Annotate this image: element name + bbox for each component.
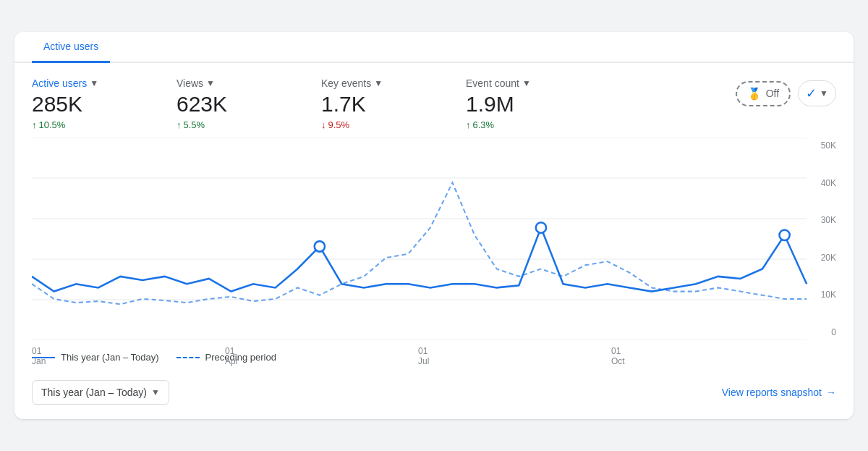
tab-active-label: Active users	[43, 41, 98, 52]
y-label-10k: 10K	[804, 290, 836, 300]
metric-active-users-change: 10.5%	[32, 119, 176, 130]
y-label-0: 0	[804, 327, 836, 337]
arrow-right-icon: →	[826, 387, 836, 398]
metric-event-count-label: Event count ▼	[466, 77, 610, 89]
chart-container: 50K 40K 30K 20K 10K 0	[32, 138, 836, 340]
chevron-down-icon: ▼	[522, 78, 531, 88]
chevron-down-icon: ▼	[374, 78, 383, 88]
y-label-30k: 30K	[804, 215, 836, 225]
peak-circle-apr	[315, 241, 325, 252]
metrics-row: Active users ▼ 285K 10.5% Views ▼ 623K 5…	[14, 63, 854, 138]
analytics-card: Active users Active users ▼ 285K 10.5% V…	[14, 32, 854, 419]
controls-right: 🥇 Off ✓ ▼	[736, 77, 836, 106]
metric-key-events-value: 1.7K	[321, 92, 466, 117]
view-reports-link[interactable]: View reports snapshot →	[722, 387, 836, 398]
down-arrow-icon	[321, 119, 326, 130]
chevron-down-icon: ▼	[90, 78, 98, 88]
peak-circle-sep	[536, 222, 546, 233]
metric-key-events[interactable]: Key events ▼ 1.7K 9.5%	[321, 77, 466, 130]
metric-event-count[interactable]: Event count ▼ 1.9M 6.3%	[466, 77, 610, 130]
chevron-down-icon: ▼	[151, 387, 160, 397]
check-button[interactable]: ✓ ▼	[798, 80, 836, 106]
view-reports-label: View reports snapshot	[722, 387, 822, 398]
x-label-jan: 01 Jan	[32, 346, 46, 366]
x-label-oct: 01 Oct	[611, 346, 625, 366]
date-range-label: This year (Jan – Today)	[41, 387, 147, 398]
metric-event-count-change: 6.3%	[466, 119, 610, 130]
metric-active-users-value: 285K	[32, 92, 176, 117]
up-arrow-icon	[32, 119, 37, 130]
chevron-down-icon: ▼	[206, 78, 215, 88]
metric-views[interactable]: Views ▼ 623K 5.5%	[176, 77, 321, 130]
x-label-jul: 01 Jul	[418, 346, 429, 366]
tab-active[interactable]: Active users	[32, 32, 110, 63]
chevron-down-icon: ▼	[820, 88, 828, 98]
off-button[interactable]: 🥇 Off	[736, 81, 791, 106]
metric-views-change: 5.5%	[176, 119, 321, 130]
x-label-apr: 01 Apr	[225, 346, 239, 366]
y-label-20k: 20K	[804, 253, 836, 263]
tab-bar: Active users	[14, 32, 854, 63]
metric-active-users-label: Active users ▼	[32, 77, 176, 89]
chart-area: 50K 40K 30K 20K 10K 0	[14, 138, 854, 340]
metric-key-events-change: 9.5%	[321, 119, 466, 130]
up-arrow-icon	[176, 119, 182, 130]
peak-circle-dec	[779, 230, 789, 241]
metric-views-value: 623K	[176, 92, 321, 117]
medal-icon: 🥇	[747, 87, 762, 101]
up-arrow-icon	[466, 119, 471, 130]
metric-active-users[interactable]: Active users ▼ 285K 10.5%	[32, 77, 176, 130]
metric-event-count-value: 1.9M	[466, 92, 610, 117]
chart-svg	[32, 138, 836, 340]
metric-views-label: Views ▼	[176, 77, 321, 89]
y-label-40k: 40K	[804, 178, 836, 188]
metric-key-events-label: Key events ▼	[321, 77, 466, 89]
checkmark-icon: ✓	[806, 85, 817, 101]
date-range-selector[interactable]: This year (Jan – Today) ▼	[32, 380, 169, 405]
y-label-50k: 50K	[804, 140, 836, 151]
